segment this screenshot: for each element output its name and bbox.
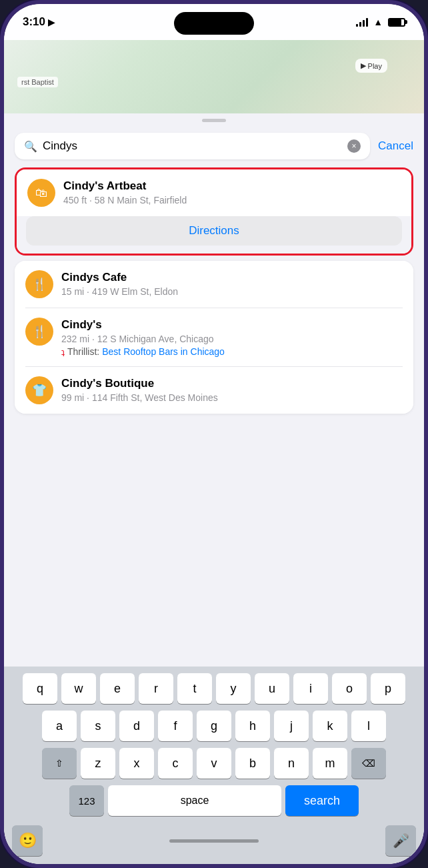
result-details-2: 99 mi · 114 Fifth St, West Des Moines bbox=[61, 392, 403, 403]
key-b[interactable]: b bbox=[235, 748, 270, 779]
featured-result-icon: 🛍 bbox=[27, 179, 55, 207]
result-details-0: 15 mi · 419 W Elm St, Eldon bbox=[61, 286, 403, 297]
key-w[interactable]: w bbox=[61, 673, 96, 704]
extra-source-1: Thrillist: bbox=[67, 346, 99, 357]
map-label-left: rst Baptist bbox=[17, 77, 58, 87]
keyboard-row-3: ⇧ z x c v b n m ⌫ bbox=[7, 748, 421, 779]
keyboard-row-2: a s d f g h j k l bbox=[7, 711, 421, 741]
shopping-bag-icon: 🛍 bbox=[35, 186, 47, 200]
key-r[interactable]: r bbox=[139, 673, 173, 704]
key-h[interactable]: h bbox=[235, 711, 270, 741]
key-a[interactable]: a bbox=[42, 711, 77, 741]
result-icon-0: 🍴 bbox=[25, 270, 53, 298]
result-name-0: Cindys Cafe bbox=[61, 270, 403, 285]
featured-result-item[interactable]: 🛍 Cindy's Artbeat 450 ft · 58 N Main St,… bbox=[17, 169, 411, 216]
content-area: rst Baptist ▶ Play 🔍 Cindys bbox=[4, 40, 424, 864]
status-icons: ▲ bbox=[356, 17, 405, 27]
key-mic[interactable]: 🎤 bbox=[385, 825, 416, 856]
key-g[interactable]: g bbox=[197, 711, 231, 741]
keyboard-row-1: q w e r t y u i o p bbox=[7, 673, 421, 704]
home-indicator-bar bbox=[169, 839, 259, 843]
status-time: 3:10 ▶ bbox=[23, 15, 55, 29]
dynamic-island bbox=[174, 12, 254, 35]
directions-btn-container: Directions bbox=[17, 216, 411, 254]
key-d[interactable]: d bbox=[119, 711, 154, 741]
key-e[interactable]: e bbox=[100, 673, 135, 704]
search-bar[interactable]: 🔍 Cindys × bbox=[15, 133, 370, 159]
key-p[interactable]: p bbox=[371, 673, 405, 704]
result-item-2[interactable]: 👕 Cindy's Boutique 99 mi · 114 Fifth St,… bbox=[15, 367, 413, 414]
clear-button[interactable]: × bbox=[347, 139, 361, 153]
signal-bars-icon bbox=[356, 17, 368, 27]
result-details-1: 232 mi · 12 S Michigan Ave, Chicago bbox=[61, 334, 403, 344]
key-o[interactable]: o bbox=[332, 673, 367, 704]
key-n[interactable]: n bbox=[274, 748, 309, 779]
key-v[interactable]: v bbox=[197, 748, 231, 779]
key-c[interactable]: c bbox=[158, 748, 193, 779]
result-info-0: Cindys Cafe 15 mi · 419 W Elm St, Eldon bbox=[61, 270, 403, 297]
extra-link-1[interactable]: Best Rooftop Bars in Chicago bbox=[102, 346, 225, 357]
key-x[interactable]: x bbox=[119, 748, 154, 779]
key-emoji[interactable]: 🙂 bbox=[12, 825, 43, 856]
result-icon-1: 🍴 bbox=[25, 318, 53, 346]
result-item-0[interactable]: 🍴 Cindys Cafe 15 mi · 419 W Elm St, Eldo… bbox=[15, 261, 413, 308]
key-u[interactable]: u bbox=[255, 673, 289, 704]
search-icon: 🔍 bbox=[24, 140, 37, 153]
featured-result-details: 450 ft · 58 N Main St, Fairfield bbox=[63, 195, 401, 205]
result-info-1: Cindy's 232 mi · 12 S Michigan Ave, Chic… bbox=[61, 318, 403, 357]
keyboard-row-4: 123 space search bbox=[7, 785, 421, 816]
result-icon-2: 👕 bbox=[25, 376, 53, 404]
key-shift[interactable]: ⇧ bbox=[42, 748, 77, 779]
key-search[interactable]: search bbox=[285, 785, 359, 816]
key-t[interactable]: t bbox=[177, 673, 212, 704]
key-k[interactable]: k bbox=[313, 711, 347, 741]
cancel-button[interactable]: Cancel bbox=[370, 139, 413, 153]
search-input[interactable]: Cindys bbox=[43, 139, 342, 153]
result-name-2: Cindy's Boutique bbox=[61, 376, 403, 391]
thrillist-icon: ʇ bbox=[61, 347, 65, 357]
phone-frame: 3:10 ▶ ▲ rst bbox=[0, 0, 428, 868]
emoji-icon: 🙂 bbox=[19, 832, 37, 849]
play-icon: ▶ bbox=[361, 61, 366, 70]
key-y[interactable]: y bbox=[216, 673, 251, 704]
key-f[interactable]: f bbox=[158, 711, 193, 741]
screen: 3:10 ▶ ▲ rst bbox=[4, 4, 424, 864]
key-j[interactable]: j bbox=[274, 711, 309, 741]
search-bar-container: 🔍 Cindys × Cancel bbox=[4, 127, 424, 167]
key-123[interactable]: 123 bbox=[69, 785, 104, 816]
battery-icon bbox=[388, 18, 405, 27]
wifi-icon: ▲ bbox=[373, 17, 383, 27]
map-area: rst Baptist ▶ Play bbox=[4, 40, 424, 113]
result-name-1: Cindy's bbox=[61, 318, 403, 332]
key-space[interactable]: space bbox=[108, 785, 281, 816]
fork-icon-1: 🍴 bbox=[32, 324, 47, 339]
featured-result-info: Cindy's Artbeat 450 ft · 58 N Main St, F… bbox=[63, 179, 401, 205]
key-i[interactable]: i bbox=[293, 673, 328, 704]
result-info-2: Cindy's Boutique 99 mi · 114 Fifth St, W… bbox=[61, 376, 403, 403]
pull-indicator bbox=[202, 119, 226, 122]
key-l[interactable]: l bbox=[351, 711, 386, 741]
fork-icon-0: 🍴 bbox=[32, 277, 47, 292]
location-arrow-icon: ▶ bbox=[48, 17, 55, 27]
result-extra-1: ʇ Thrillist: Best Rooftop Bars in Chicag… bbox=[61, 346, 403, 357]
other-results-list: 🍴 Cindys Cafe 15 mi · 419 W Elm St, Eldo… bbox=[15, 261, 413, 414]
key-delete[interactable]: ⌫ bbox=[351, 748, 386, 779]
keyboard: q w e r t y u i o p a s d f g bbox=[4, 667, 424, 864]
featured-result-name: Cindy's Artbeat bbox=[63, 179, 401, 193]
map-play-button[interactable]: ▶ Play bbox=[355, 59, 387, 73]
key-z[interactable]: z bbox=[81, 748, 115, 779]
keyboard-bottom-row: 🙂 🎤 bbox=[7, 823, 421, 861]
key-m[interactable]: m bbox=[313, 748, 347, 779]
key-s[interactable]: s bbox=[81, 711, 115, 741]
key-q[interactable]: q bbox=[23, 673, 57, 704]
directions-button[interactable]: Directions bbox=[26, 216, 402, 246]
mic-icon: 🎤 bbox=[393, 833, 409, 849]
shirt-icon: 👕 bbox=[32, 383, 47, 398]
result-item-1[interactable]: 🍴 Cindy's 232 mi · 12 S Michigan Ave, Ch… bbox=[15, 308, 413, 366]
featured-result[interactable]: 🛍 Cindy's Artbeat 450 ft · 58 N Main St,… bbox=[15, 167, 413, 256]
